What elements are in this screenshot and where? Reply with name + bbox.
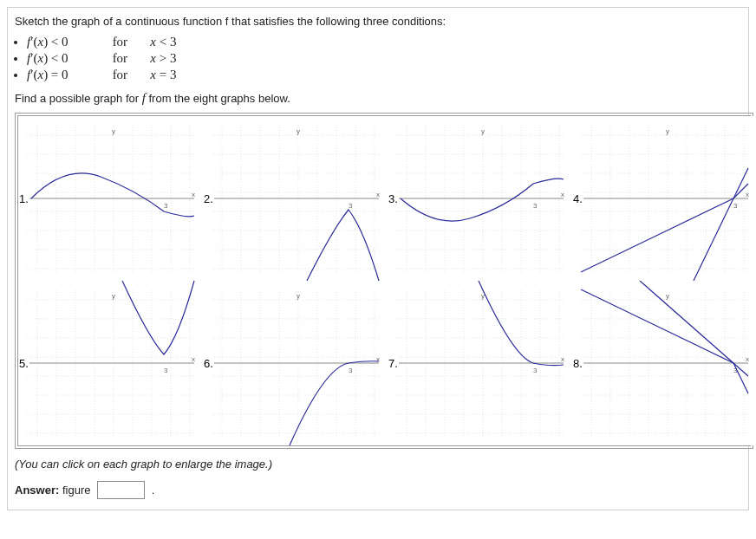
- answer-period: .: [152, 484, 155, 497]
- graph-number: 5.: [18, 357, 29, 370]
- svg-text:3: 3: [733, 202, 738, 210]
- graphs-grid: 1. y x 3 2.: [15, 113, 753, 449]
- svg-text:x: x: [561, 191, 564, 198]
- svg-text:x: x: [746, 355, 749, 363]
- question-container: Sketch the graph of a continuous functio…: [7, 7, 749, 510]
- prompt-text: Sketch the graph of a continuous functio…: [15, 15, 741, 28]
- svg-text:y: y: [666, 127, 669, 135]
- svg-text:x: x: [376, 355, 380, 363]
- find-text: Find a possible graph for f from the eig…: [15, 91, 741, 106]
- svg-text:3: 3: [164, 202, 168, 210]
- svg-text:y: y: [297, 127, 300, 135]
- svg-text:y: y: [666, 292, 669, 300]
- graph-option-3[interactable]: 3. y x 3: [388, 116, 572, 281]
- svg-text:y: y: [112, 127, 115, 135]
- enlarge-hint: (You can click on each graph to enlarge …: [15, 458, 741, 471]
- svg-text:y: y: [112, 292, 115, 300]
- answer-row: Answer: figure .: [15, 481, 741, 499]
- svg-text:x: x: [192, 355, 195, 363]
- condition-item: f′(x) < 0 for x < 3: [27, 35, 741, 49]
- graph-option-6[interactable]: 6. y x 3: [203, 281, 388, 445]
- answer-input[interactable]: [97, 481, 145, 499]
- graph-option-5[interactable]: 5. y x 3: [18, 281, 203, 445]
- svg-text:3: 3: [533, 367, 538, 374]
- condition-item: f′(x) = 0 for x = 3: [27, 68, 741, 82]
- graph-option-1[interactable]: 1. y x 3: [18, 116, 203, 281]
- svg-text:x: x: [376, 191, 380, 198]
- svg-text:y: y: [481, 127, 485, 135]
- conditions-list: f′(x) < 0 for x < 3 f′(x) < 0 for x > 3 …: [27, 35, 741, 82]
- svg-text:3: 3: [164, 367, 168, 374]
- graph-number: 2.: [203, 192, 214, 205]
- svg-text:3: 3: [533, 202, 538, 210]
- graph-number: 3.: [388, 192, 399, 205]
- graph-number: 4.: [572, 192, 583, 205]
- graph-option-2[interactable]: 2. y x 3: [203, 116, 388, 281]
- condition-item: f′(x) < 0 for x > 3: [27, 51, 741, 66]
- graph-option-7[interactable]: 7. y x 3: [388, 281, 572, 445]
- svg-text:3: 3: [349, 367, 353, 374]
- graph-number: 8.: [572, 357, 583, 370]
- graph-number: 7.: [388, 357, 399, 370]
- svg-text:3: 3: [349, 202, 353, 210]
- graph-option-4[interactable]: 4. y x 3: [572, 116, 756, 281]
- svg-text:x: x: [192, 191, 195, 198]
- answer-label: Answer:: [15, 484, 59, 497]
- answer-word: figure: [62, 484, 91, 497]
- svg-text:y: y: [297, 292, 300, 300]
- prompt-sentence: Sketch the graph of a continuous functio…: [15, 15, 446, 28]
- graph-option-8[interactable]: 8. y x 3: [572, 281, 756, 445]
- graph-number: 1.: [18, 192, 29, 205]
- svg-text:x: x: [746, 191, 749, 198]
- graph-number: 6.: [203, 357, 214, 370]
- svg-text:x: x: [561, 355, 564, 363]
